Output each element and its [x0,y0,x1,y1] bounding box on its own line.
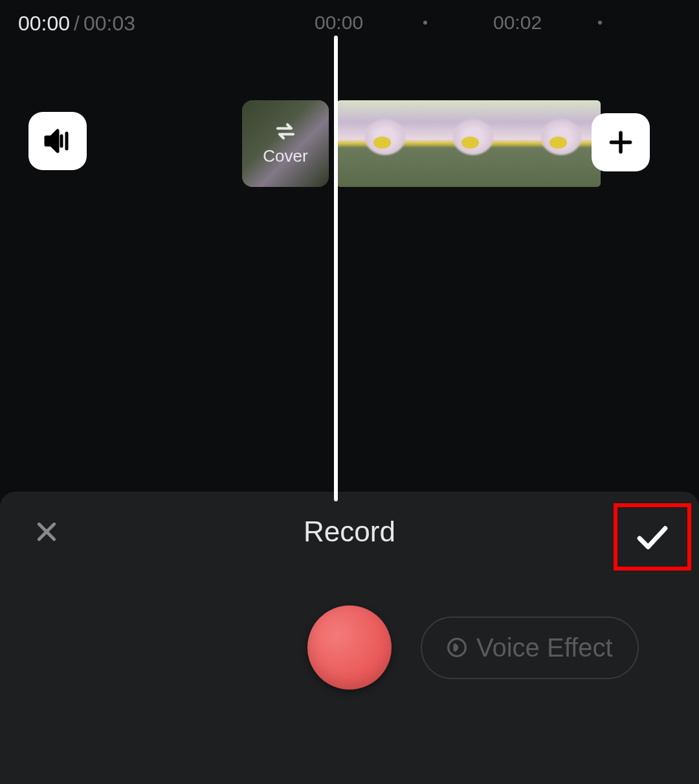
ruler-mark-1: 00:02 [493,12,542,34]
panel-header: Record [0,492,699,547]
close-icon [34,519,60,545]
volume-button[interactable] [28,112,87,170]
swap-icon [273,122,298,144]
plus-icon [606,128,635,157]
svg-marker-0 [46,131,58,151]
close-button[interactable] [31,516,62,547]
clip-frame [513,100,601,187]
record-panel: Record Voice Effect [0,492,699,784]
volume-icon [42,125,73,157]
voice-effect-button[interactable]: Voice Effect [421,616,639,679]
cover-thumbnail[interactable]: Cover [242,100,329,187]
clip-frame [425,100,513,187]
current-time: 00:00 [18,12,70,36]
playhead[interactable] [334,36,338,501]
add-clip-button[interactable] [592,113,650,171]
check-icon [634,523,671,551]
voice-effect-label: Voice Effect [476,633,613,662]
record-controls: Voice Effect [0,605,699,690]
clip-frame [337,100,425,187]
record-button[interactable] [307,605,392,690]
panel-title: Record [304,516,395,548]
cover-label: Cover [263,146,307,166]
video-clip-strip[interactable] [337,100,601,187]
ruler-tick [598,21,602,25]
ruler-mark-0: 00:00 [315,12,363,34]
confirm-button[interactable] [614,503,691,571]
time-separator: / [74,12,80,36]
voice-effect-icon [447,637,467,658]
total-time: 00:03 [83,12,135,36]
timeline-area[interactable]: Cover [0,55,699,508]
ruler-tick [423,21,427,25]
